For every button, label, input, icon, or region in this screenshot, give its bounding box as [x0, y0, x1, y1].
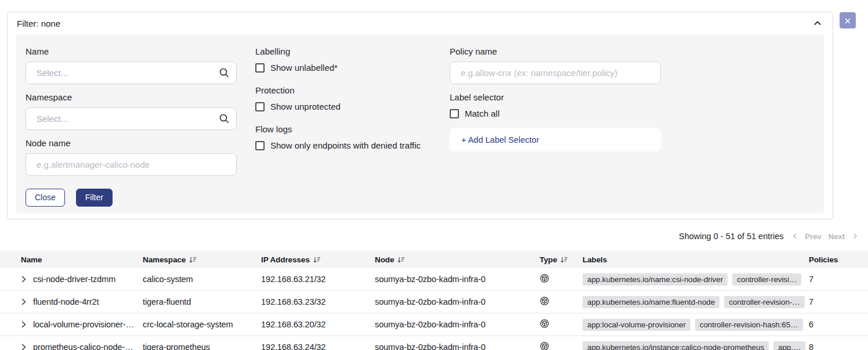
search-icon	[219, 113, 230, 124]
endpoint-node: soumya-bz-0zbo-kadm-infra-0	[375, 313, 540, 336]
endpoint-ip: 192.168.63.21/32	[261, 268, 375, 291]
endpoint-namespace: tigera-fluentd	[143, 291, 261, 313]
pod-icon	[540, 319, 549, 329]
show-unlabelled-label: Show unlabelled*	[270, 63, 338, 73]
endpoint-labels: app.kubernetes.io/instance:calico-node-p…	[583, 336, 809, 350]
table-row[interactable]: fluentd-node-4rr2ttigera-fluentd192.168.…	[0, 291, 868, 313]
show-unprotected-checkbox[interactable]	[255, 102, 265, 111]
prev-page-link[interactable]: Prev	[805, 232, 822, 241]
endpoint-labels: app:local-volume-provisionercontroller-r…	[583, 313, 809, 336]
sort-icon	[313, 256, 321, 264]
column-header-ip-addresses[interactable]: IP Addresses	[261, 251, 375, 268]
endpoint-policies-count: 8	[809, 336, 868, 350]
column-header-policies: Policies	[809, 251, 868, 268]
column-header-label: Type	[540, 255, 557, 264]
chevron-right-icon	[852, 233, 859, 240]
filter-column-1: Name Namespace	[26, 46, 237, 201]
filter-panel-header: Filter: none	[8, 12, 833, 35]
namespace-select-input[interactable]	[26, 107, 237, 130]
pagination-bar: Showing 0 - 51 of 51 entries Prev Next	[679, 230, 859, 242]
match-all-checkbox[interactable]	[450, 109, 459, 118]
pod-icon	[540, 273, 549, 283]
endpoint-policies-count: 7	[809, 268, 868, 291]
column-header-label: Labels	[583, 255, 607, 264]
prev-page-arrow[interactable]	[791, 233, 798, 240]
search-icon	[219, 67, 230, 78]
column-header-label: Namespace	[143, 255, 186, 264]
policy-name-input[interactable]	[450, 62, 661, 84]
endpoint-type	[540, 268, 583, 291]
endpoint-ip: 192.168.63.20/32	[261, 313, 375, 336]
match-all-label: Match all	[465, 109, 500, 118]
pod-icon	[540, 296, 549, 306]
table-row[interactable]: prometheus-calico-node-…tigera-prometheu…	[0, 336, 868, 350]
endpoint-type	[540, 313, 583, 336]
add-label-selector-button[interactable]: + Add Label Selector	[450, 128, 661, 151]
column-header-node[interactable]: Node	[375, 251, 540, 268]
endpoint-node: soumya-bz-0zbo-kadm-infra-0	[375, 268, 540, 291]
filter-column-2: Labelling Show unlabelled* Protection Sh…	[255, 46, 431, 201]
endpoint-namespace: crc-local-storage-system	[143, 313, 261, 336]
column-header-label: Name	[21, 255, 42, 264]
endpoint-name: prometheus-calico-node-…	[33, 342, 133, 350]
endpoint-node: soumya-bz-0zbo-kadm-infra-0	[375, 291, 540, 313]
column-header-type[interactable]: Type	[540, 251, 583, 268]
endpoint-ip: 192.168.63.23/32	[261, 291, 375, 313]
table-row[interactable]: csi-node-driver-tzdmmcalico-system192.16…	[0, 268, 868, 291]
pod-icon	[540, 341, 549, 350]
filter-button[interactable]: Filter	[76, 189, 113, 207]
chevron-right-icon[interactable]	[21, 321, 27, 328]
label-chip: app:local-volume-provisioner	[583, 319, 690, 331]
sort-icon	[560, 256, 568, 264]
label-selector-section-label: Label selector	[450, 92, 661, 102]
endpoints-page: Filter: none Name	[0, 0, 868, 350]
entries-count-text: Showing 0 - 51 of 51 entries	[679, 232, 784, 241]
endpoint-name: csi-node-driver-tzdmm	[33, 275, 115, 284]
chevron-right-icon[interactable]	[21, 298, 27, 305]
endpoint-policies-count: 7	[809, 291, 868, 313]
denied-traffic-checkbox[interactable]	[255, 141, 265, 150]
chevron-right-icon[interactable]	[21, 276, 27, 283]
filter-panel: Filter: none Name	[7, 12, 833, 219]
flow-logs-section-label: Flow logs	[255, 124, 431, 134]
node-name-input[interactable]	[26, 153, 237, 176]
endpoint-ip: 192.168.63.24/32	[261, 336, 375, 350]
endpoint-name: local-volume-provisioner-…	[33, 320, 134, 329]
next-page-arrow[interactable]	[852, 233, 859, 240]
endpoint-labels: app.kubernetes.io/name:fluentd-nodecontr…	[583, 291, 809, 313]
endpoint-namespace: calico-system	[143, 268, 261, 291]
label-chip: controller-revision-…	[724, 296, 804, 308]
dismiss-filter-button[interactable]	[840, 12, 856, 28]
endpoints-table: NameNamespaceIP AddressesNodeTypeLabelsP…	[0, 251, 868, 350]
endpoint-node: soumya-bz-0zbo-kadm-infra-0	[375, 336, 540, 350]
namespace-field-label: Namespace	[26, 92, 237, 102]
close-icon	[844, 17, 851, 24]
sort-icon	[189, 256, 197, 264]
filter-column-3: Policy name Label selector Match all + A…	[450, 46, 661, 201]
next-page-link[interactable]: Next	[829, 232, 845, 241]
label-chip: app.kubernetes.io/instance:calico-node-p…	[583, 341, 769, 350]
endpoint-labels: app.kubernetes.io/name:csi-node-driverco…	[583, 268, 809, 291]
label-chip: app.…	[773, 341, 805, 350]
filter-title: Filter: none	[17, 19, 60, 28]
policy-name-field-label: Policy name	[450, 46, 661, 56]
endpoint-namespace: tigera-prometheus	[143, 336, 261, 350]
show-unlabelled-checkbox[interactable]	[255, 63, 265, 73]
table-row[interactable]: local-volume-provisioner-…crc-local-stor…	[0, 313, 868, 336]
filter-form: Name Namespace	[16, 35, 824, 213]
labelling-section-label: Labelling	[255, 46, 431, 56]
denied-traffic-label: Show only endpoints with denied traffic	[270, 140, 421, 150]
column-header-label: Policies	[809, 255, 838, 264]
show-unprotected-label: Show unprotected	[270, 102, 341, 111]
column-header-namespace[interactable]: Namespace	[143, 251, 261, 268]
close-button[interactable]: Close	[26, 189, 65, 207]
node-name-field-label: Node name	[26, 138, 237, 148]
label-chip: app.kubernetes.io/name:csi-node-driver	[583, 273, 728, 286]
protection-section-label: Protection	[255, 85, 431, 95]
collapse-filter-button[interactable]	[812, 17, 823, 29]
endpoint-policies-count: 6	[809, 313, 868, 336]
chevron-up-icon	[813, 19, 822, 28]
name-select-input[interactable]	[26, 62, 237, 84]
chevron-right-icon[interactable]	[21, 344, 27, 350]
column-header-labels: Labels	[583, 251, 809, 268]
